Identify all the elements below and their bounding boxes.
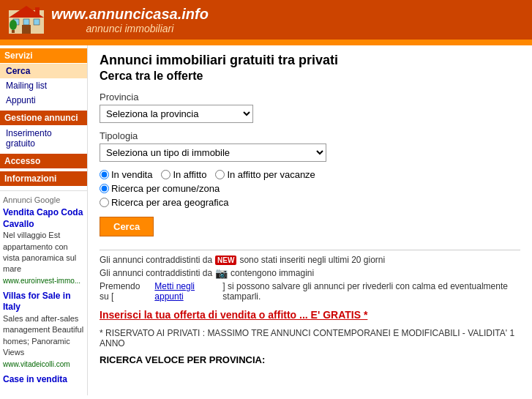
radio-vendita-label[interactable]: In vendita: [100, 169, 152, 180]
search-button[interactable]: Cerca: [100, 217, 154, 236]
camera-icon: 📷: [215, 267, 228, 279]
info2-prefix: Gli annunci contraddistinti da: [100, 268, 212, 278]
ads-area: Annunci Google Vendita Capo Coda Cavallo…: [0, 190, 87, 395]
disclaimer-text: * RISERVATO AI PRIVATI : MASSIMO TRE ANN…: [100, 328, 520, 348]
svg-rect-6: [35, 7, 40, 15]
ad-item-3: Case in vendita: [3, 374, 84, 386]
radio-affitto[interactable]: [161, 170, 171, 179]
tipologia-select[interactable]: Seleziona un tipo di immobile: [100, 143, 326, 162]
ad-item-2: Villas for Sale in Italy Sales and after…: [3, 291, 84, 368]
radio-area-text: Ricerca per area geografica: [111, 197, 228, 208]
ad-text-2: Sales and after-sales management Beautif…: [3, 313, 84, 359]
info3-prefix: Premendo su [: [100, 281, 151, 302]
ad-item-1: Vendita Capo Coda Cavallo Nel villaggio …: [3, 207, 84, 285]
radio-vendita-text: In vendita: [111, 169, 152, 180]
main-layout: Servizi Cerca Mailing list Appunti Gesti…: [0, 45, 532, 395]
provincia-select[interactable]: Seleziona la provincia: [100, 105, 253, 123]
radio-comune-label[interactable]: Ricerca per comune/zona: [100, 183, 520, 194]
svg-rect-5: [22, 25, 31, 34]
appunti-link[interactable]: Metti negli appunti: [154, 281, 220, 302]
sidebar-section-gestione: Gestione annunci: [0, 111, 87, 125]
svg-rect-4: [34, 19, 40, 25]
info-line-2: Gli annunci contraddistinti da 📷 conteng…: [100, 267, 520, 279]
radio-affitto-label[interactable]: In affitto: [161, 169, 206, 180]
radio-comune-text: Ricerca per comune/zona: [111, 183, 220, 194]
sidebar: Servizi Cerca Mailing list Appunti Gesti…: [0, 45, 88, 395]
info1-suffix: sono stati inseriti negli ultimi 20 gior…: [239, 255, 385, 265]
new-badge: NEW: [215, 256, 236, 265]
ad-title-1[interactable]: Vendita Capo Coda Cavallo: [3, 207, 84, 230]
radio-row-1: In vendita In affitto In affitto per vac…: [100, 169, 520, 180]
header-text-block: www.annuncicasa.info annunci immobiliari: [51, 6, 209, 34]
tipologia-label: Tipologia: [100, 130, 520, 141]
tipologia-group: Tipologia Seleziona un tipo di immobile: [100, 130, 520, 162]
provincia-label: Provincia: [100, 92, 520, 102]
info-line-3: Premendo su [ Metti negli appunti ] si p…: [100, 281, 520, 302]
sidebar-item-inserimento[interactable]: Inserimento gratuito: [0, 126, 87, 151]
insert-link[interactable]: Inserisci la tua offerta di vendita o af…: [100, 309, 520, 321]
sidebar-item-appunti[interactable]: Appunti: [0, 93, 87, 108]
site-title: www.annuncicasa.info: [51, 6, 209, 23]
info1-prefix: Gli annunci contraddistinti da: [100, 255, 212, 265]
info-line-1: Gli annunci contraddistinti da NEW sono …: [100, 255, 520, 265]
radio-group-ricerca: Ricerca per comune/zona Ricerca per area…: [100, 183, 520, 208]
radio-comune[interactable]: [100, 184, 109, 193]
sidebar-item-cerca[interactable]: Cerca: [0, 64, 87, 78]
main-content: Annunci immobiliari gratuiti tra privati…: [88, 45, 532, 395]
svg-rect-3: [23, 19, 29, 25]
page-header: www.annuncicasa.info annunci immobiliari: [0, 0, 532, 42]
ad-title-3[interactable]: Case in vendita: [3, 374, 84, 386]
svg-point-7: [10, 20, 17, 30]
page-title: Annunci immobiliari gratuiti tra privati: [100, 53, 520, 68]
info2-suffix: contengono immagini: [231, 268, 314, 278]
radio-affitto-vacanze[interactable]: [215, 170, 225, 179]
page-subtitle: Cerca tra le offerte: [100, 70, 520, 83]
ad-text-1: Nel villaggio Est appartamento con vista…: [3, 230, 84, 275]
ad-url-2: www.vitadeicolli.com: [3, 360, 84, 368]
sidebar-section-servizi: Servizi: [0, 48, 87, 63]
sidebar-section-informazioni: Informazioni: [0, 171, 87, 186]
radio-affitto-text: In affitto: [173, 169, 206, 180]
radio-area[interactable]: [100, 198, 109, 207]
radio-vendita[interactable]: [100, 170, 109, 179]
radio-affitto-vacanze-text: In affitto per vacanze: [227, 169, 315, 180]
ricerca-header: RICERCA VELOCE PER PROVINCIA:: [100, 354, 520, 365]
site-subtitle: annunci immobiliari: [86, 23, 174, 34]
provincia-group: Provincia Seleziona la provincia: [100, 92, 520, 123]
ads-header: Annunci Google: [3, 195, 84, 204]
sidebar-item-mailing[interactable]: Mailing list: [0, 78, 87, 93]
radio-area-label[interactable]: Ricerca per area geografica: [100, 197, 520, 208]
house-logo-icon: [7, 4, 45, 35]
ad-title-2[interactable]: Villas for Sale in Italy: [3, 291, 84, 313]
ad-url-1: www.euroinvest-immo...: [3, 277, 84, 285]
info3-suffix: ] si possono salvare gli annunci per riv…: [222, 281, 520, 302]
divider-1: [100, 250, 520, 250]
sidebar-section-accesso: Accesso: [0, 154, 87, 168]
radio-affitto-vacanze-label[interactable]: In affitto per vacanze: [215, 169, 315, 180]
svg-rect-8: [12, 30, 15, 33]
